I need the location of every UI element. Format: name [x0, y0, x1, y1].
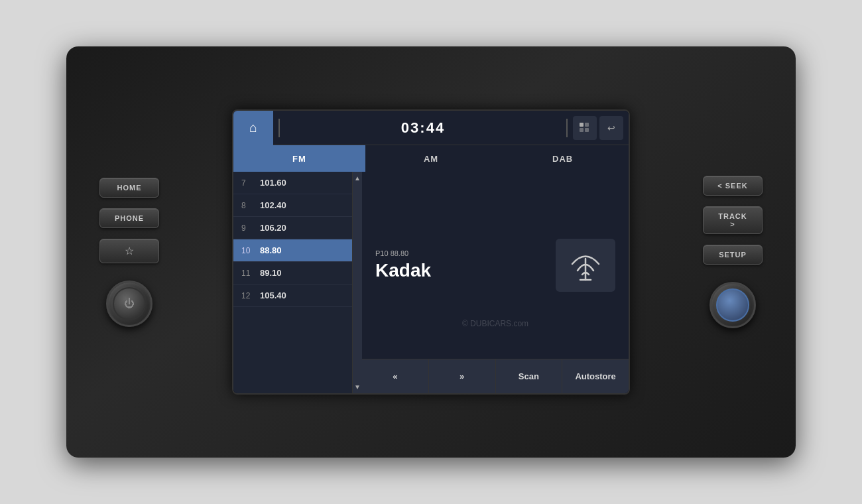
- top-bar: ⌂ 03:44 ↩: [233, 111, 629, 145]
- bottom-controls: « » Scan Autostore: [362, 359, 629, 393]
- station-list: 7 101.60 8 102.40 9 106.20 10 88.80: [233, 172, 353, 393]
- screen-display: ⌂ 03:44 ↩: [233, 111, 629, 393]
- radio-tab-bar: FM AM DAB: [233, 145, 629, 172]
- volume-knob-inner: ⏻: [113, 287, 146, 320]
- station-preset: P10 88.80: [375, 249, 431, 257]
- station-row-11[interactable]: 11 89.10: [233, 262, 352, 284]
- station-row-7[interactable]: 7 101.60: [233, 172, 352, 194]
- setup-button[interactable]: SETUP: [703, 245, 763, 265]
- left-controls: HOME PHONE ☆ ⏻: [93, 178, 166, 327]
- tab-fm[interactable]: FM: [233, 145, 365, 172]
- svg-rect-2: [580, 128, 584, 132]
- scroll-bar: ▲ ▼: [353, 172, 362, 393]
- prev-button[interactable]: «: [362, 359, 429, 393]
- car-infotainment-unit: HOME PHONE ☆ ⏻ ⌂ 03:44: [66, 46, 796, 458]
- grid-view-button[interactable]: [573, 116, 597, 140]
- autostore-button[interactable]: Autostore: [562, 359, 629, 393]
- tab-am[interactable]: AM: [365, 145, 497, 172]
- station-row-8[interactable]: 8 102.40: [233, 194, 352, 217]
- clock-display: 03:44: [285, 119, 561, 137]
- svg-rect-0: [580, 123, 584, 127]
- track-button[interactable]: TRACK >: [703, 206, 763, 234]
- infotainment-screen: ⌂ 03:44 ↩: [232, 109, 630, 395]
- station-name: Kadak: [375, 260, 431, 281]
- top-right-buttons: ↩: [573, 116, 629, 140]
- scroll-down-arrow[interactable]: ▼: [354, 383, 361, 391]
- now-playing-panel: P10 88.80 Kadak: [362, 172, 629, 393]
- favorite-button[interactable]: ☆: [99, 239, 159, 263]
- volume-knob[interactable]: ⏻: [106, 281, 153, 327]
- back-button[interactable]: ↩: [599, 116, 623, 140]
- scan-button[interactable]: Scan: [496, 359, 563, 393]
- tab-dab[interactable]: DAB: [497, 145, 629, 172]
- svg-rect-1: [585, 123, 589, 127]
- divider-left: [278, 119, 280, 137]
- next-button[interactable]: »: [429, 359, 496, 393]
- main-content: 7 101.60 8 102.40 9 106.20 10 88.80: [233, 172, 629, 393]
- phone-button[interactable]: PHONE: [99, 208, 159, 228]
- signal-icon-box: [556, 239, 615, 292]
- station-info: P10 88.80 Kadak: [375, 249, 431, 281]
- home-icon: ⌂: [249, 120, 257, 135]
- divider-right: [566, 119, 568, 137]
- station-row-12[interactable]: 12 105.40: [233, 284, 352, 307]
- power-icon: ⏻: [124, 298, 135, 310]
- scroll-up-arrow[interactable]: ▲: [354, 174, 361, 182]
- seek-button[interactable]: < SEEK: [703, 176, 763, 196]
- radio-signal-icon: [566, 245, 605, 285]
- station-row-10[interactable]: 10 88.80: [233, 239, 352, 262]
- station-row-9[interactable]: 9 106.20: [233, 217, 352, 239]
- now-playing-info: P10 88.80 Kadak: [362, 172, 629, 359]
- tuning-knob-inner: [716, 288, 749, 322]
- right-controls: < SEEK TRACK > SETUP: [696, 176, 769, 328]
- home-screen-button[interactable]: ⌂: [233, 111, 273, 145]
- home-button[interactable]: HOME: [99, 178, 159, 198]
- tuning-knob[interactable]: [709, 282, 756, 328]
- svg-rect-3: [585, 128, 589, 132]
